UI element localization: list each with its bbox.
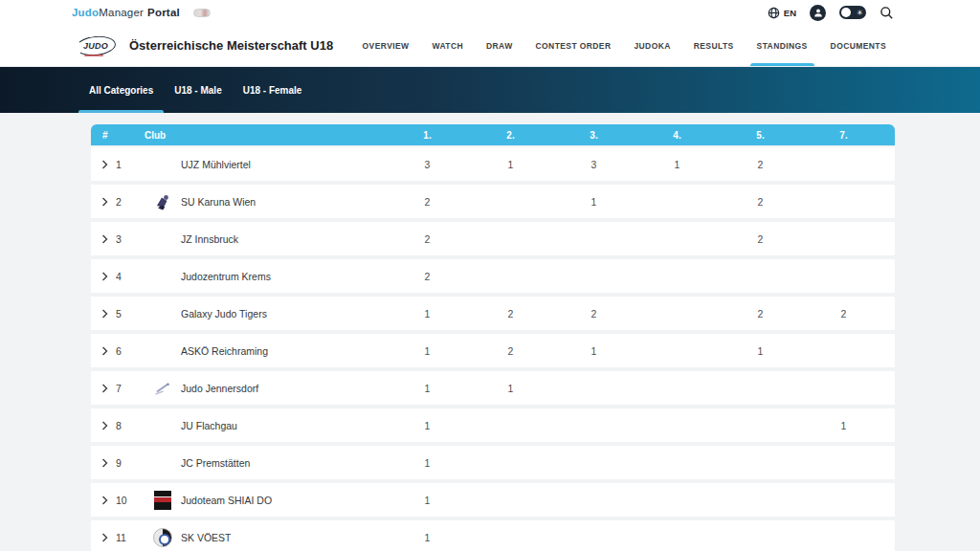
table-row-ju-flachgau[interactable]: 8 JU Flachgau 11	[91, 408, 895, 442]
brand-manager: Manager	[99, 7, 144, 18]
rank-value: 8	[116, 420, 122, 431]
club-name: UJZ Mühlviertel	[181, 159, 386, 170]
header-club: Club	[145, 130, 386, 141]
chevron-right-icon[interactable]	[101, 197, 108, 207]
tab-contest-order[interactable]: CONTEST ORDER	[524, 25, 623, 66]
rank-value: 3	[116, 233, 122, 245]
judo-austria-logo: JUDO	[75, 34, 117, 57]
sun-icon: ☀	[857, 7, 863, 19]
table-row-sk-v-est[interactable]: 11 SK VÖEST 1	[91, 520, 895, 551]
place-1-count: 1	[386, 383, 469, 394]
table-header: # Club 1.2.3.4.5.7.	[91, 124, 895, 145]
club-name: JC Premstätten	[181, 457, 386, 469]
table-row-ask-reichraming[interactable]: 6 ASKÖ Reichraming 1211	[91, 334, 895, 367]
place-2-count: 1	[469, 383, 552, 394]
place-3-count: 1	[552, 196, 635, 208]
standings-table: # Club 1.2.3.4.5.7. 1 UJZ Mühlviertel 31…	[91, 124, 895, 551]
club-name: JU Flachgau	[181, 420, 386, 431]
club-logo-voest	[145, 528, 181, 547]
brand-badge	[193, 9, 211, 17]
topbar-actions: EN ☀	[768, 5, 894, 21]
chevron-right-icon[interactable]	[101, 160, 108, 169]
tab-results[interactable]: RESULTS	[682, 25, 746, 66]
place-2-count: 2	[469, 345, 552, 357]
club-name: Judo Jennersdorf	[181, 383, 386, 394]
header-place-5: 5.	[719, 130, 802, 141]
rank-value: 1	[116, 159, 122, 170]
theme-toggle[interactable]: ☀	[839, 6, 866, 19]
tab-standings[interactable]: STANDINGS	[746, 25, 819, 66]
table-row-ujz-m-hlviertel[interactable]: 1 UJZ Mühlviertel 31312	[91, 147, 895, 181]
user-icon	[813, 8, 823, 17]
place-4-count: 1	[635, 159, 719, 170]
club-name: JZ Innsbruck	[181, 233, 386, 245]
category-tab-u18-female[interactable]: U18 - Female	[233, 67, 313, 113]
brand-portal: Portal	[147, 7, 180, 18]
club-name: SU Karuna Wien	[181, 196, 386, 208]
place-5-count: 2	[719, 233, 802, 245]
tab-watch[interactable]: WATCH	[420, 25, 475, 66]
rank-value: 9	[116, 457, 122, 469]
category-bar: All CategoriesU18 - MaleU18 - Female	[0, 67, 980, 113]
chevron-right-icon[interactable]	[101, 496, 108, 505]
tab-documents[interactable]: DOCUMENTS	[819, 25, 898, 66]
category-tab-u18-male[interactable]: U18 - Male	[164, 67, 232, 113]
club-name: SK VÖEST	[181, 532, 386, 543]
place-7-count: 1	[802, 420, 895, 431]
rank-value: 11	[116, 532, 126, 543]
tab-overview[interactable]: OVERVIEW	[351, 25, 421, 66]
search-icon[interactable]	[880, 6, 894, 20]
header-place-2: 2.	[469, 130, 552, 141]
place-1-count: 1	[386, 495, 469, 506]
chevron-right-icon[interactable]	[101, 421, 108, 430]
brand-logo[interactable]: JudoManager Portal	[72, 7, 180, 18]
table-row-jc-premst-tten[interactable]: 9 JC Premstätten 1	[91, 446, 895, 479]
language-label: EN	[784, 8, 796, 18]
chevron-right-icon[interactable]	[101, 384, 108, 393]
place-1-count: 1	[386, 457, 469, 469]
chevron-right-icon[interactable]	[101, 458, 108, 468]
tab-judoka[interactable]: JUDOKA	[622, 25, 681, 66]
table-body: 1 UJZ Mühlviertel 31312 2 SU Karuna Wien…	[91, 147, 895, 551]
place-3-count: 2	[552, 308, 635, 320]
place-1-count: 3	[386, 159, 469, 170]
place-2-count: 2	[469, 308, 552, 320]
place-7-count: 2	[802, 308, 895, 320]
place-5-count: 2	[719, 159, 802, 170]
tab-draw[interactable]: DRAW	[475, 25, 524, 66]
table-row-judo-jennersdorf[interactable]: 7 Judo Jennersdorf 11	[91, 371, 895, 405]
header-place-4: 4.	[635, 130, 719, 141]
place-1-count: 1	[386, 308, 469, 320]
category-tab-all-categories[interactable]: All Categories	[78, 67, 164, 113]
chevron-right-icon[interactable]	[101, 234, 108, 244]
user-avatar-button[interactable]	[810, 5, 826, 21]
place-5-count: 2	[719, 308, 802, 320]
header-place-1: 1.	[386, 130, 469, 141]
club-name: ASKÖ Reichraming	[181, 345, 386, 357]
globe-icon	[768, 7, 780, 19]
place-5-count: 1	[719, 345, 802, 357]
table-row-galaxy-judo-tigers[interactable]: 5 Galaxy Judo Tigers 12222	[91, 297, 895, 330]
language-selector[interactable]: EN	[768, 7, 796, 19]
chevron-right-icon[interactable]	[101, 272, 108, 281]
rank-value: 4	[116, 271, 122, 282]
table-row-judozentrum-krems[interactable]: 4 Judozentrum Krems 2	[91, 259, 895, 293]
table-row-su-karuna-wien[interactable]: 2 SU Karuna Wien 212	[91, 185, 895, 218]
place-2-count: 1	[469, 159, 552, 170]
place-1-count: 2	[386, 271, 469, 282]
header-place-7: 7.	[802, 130, 895, 141]
page-title: Österreichische Meisterschaft U18	[129, 38, 333, 53]
rank-value: 7	[116, 383, 122, 394]
table-row-jz-innsbruck[interactable]: 3 JZ Innsbruck 22	[91, 222, 895, 255]
logo-accent	[84, 55, 103, 56]
rank-value: 2	[116, 196, 122, 208]
table-row-judoteam-shiai-do[interactable]: 10 Judoteam SHIAI DO 1	[91, 483, 895, 517]
header-rank: #	[91, 130, 145, 141]
club-name: Galaxy Judo Tigers	[181, 308, 386, 320]
chevron-right-icon[interactable]	[101, 533, 108, 542]
place-1-count: 1	[386, 420, 469, 431]
chevron-right-icon[interactable]	[101, 309, 108, 319]
club-logo-jennersdorf	[145, 381, 181, 396]
place-3-count: 1	[552, 345, 635, 357]
chevron-right-icon[interactable]	[101, 346, 108, 356]
